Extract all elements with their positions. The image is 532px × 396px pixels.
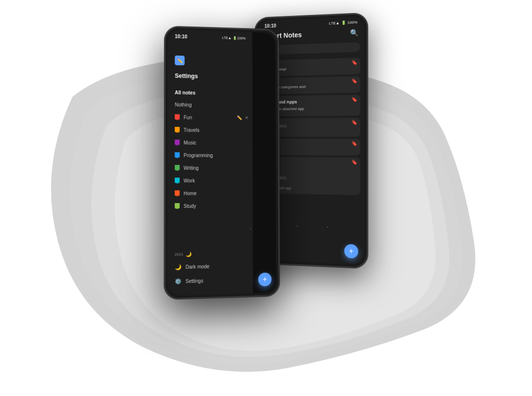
gear-icon: ⚙️	[175, 278, 181, 285]
drawer-item-writing[interactable]: Writing	[168, 161, 252, 174]
fun-edit-icon[interactable]: ✏️	[237, 116, 242, 120]
settings-label: Settings	[186, 278, 204, 284]
drawer-item-writing-label: Writing	[184, 165, 199, 171]
drawer-item-fun-bookmark	[175, 114, 179, 120]
drawer-settings-section: Settings	[168, 70, 252, 85]
drawer-item-writing-bookmark	[175, 165, 179, 171]
drawer-item-programming-label: Programming	[184, 152, 213, 158]
note-card-6-bookmark: 🔖	[351, 160, 357, 165]
drawer-header: ✏️	[168, 41, 252, 72]
dark-mode-label: Dark mode	[186, 264, 210, 270]
drawer-item-work[interactable]: Work	[168, 174, 252, 187]
footer-time-value: 2021	[175, 252, 183, 257]
drawer-item-work-bookmark	[175, 177, 179, 183]
drawer-footer-darkmode[interactable]: 🌙 Dark mode	[175, 259, 246, 275]
note-card-1-bookmark: 🔖	[352, 59, 357, 65]
drawer-item-music[interactable]: Music	[168, 136, 252, 149]
drawer-items: All notes Nothing Fun ✏️ ✕	[168, 84, 253, 216]
phone-front: 10:10 LTE▲ 🔋100% ✏️ Settings	[164, 26, 281, 300]
drawer-item-travels-label: Travels	[184, 127, 200, 132]
drawer-item-nothing[interactable]: Nothing	[168, 99, 252, 112]
back-search-icon[interactable]: 🔍	[350, 29, 358, 37]
phone-front-screen: 10:10 LTE▲ 🔋100% ✏️ Settings	[168, 29, 276, 296]
note-card-2-bookmark: 🔖	[352, 78, 357, 84]
front-status-time: 10:10	[175, 34, 187, 40]
drawer-footer: 2021 🌙 🌙 Dark mode ⚙️ Settings	[168, 250, 253, 289]
drawer-pencil-icon: ✏️	[175, 56, 184, 65]
back-battery-icon: 🔋	[341, 21, 346, 25]
drawer-settings-label: Settings	[175, 73, 198, 80]
drawer-item-study[interactable]: Study	[168, 199, 253, 213]
drawer-item-music-label: Music	[184, 140, 196, 145]
drawer-item-nothing-label: Nothing	[175, 102, 192, 107]
drawer-item-work-label: Work	[184, 178, 195, 183]
drawer-item-travels-bookmark	[175, 127, 179, 132]
front-battery: 🔋100%	[233, 36, 245, 41]
drawer-item-fun-label: Fun	[184, 115, 192, 120]
drawer-footer-timestamp: 2021 🌙	[175, 250, 246, 257]
note-card-5-bookmark: 🔖	[351, 141, 357, 146]
drawer-item-all-notes[interactable]: All notes	[168, 87, 252, 100]
back-battery-pct: 100%	[347, 20, 357, 25]
back-status-icons: LTE▲ 🔋 100%	[329, 20, 357, 26]
moon-icon: 🌙	[175, 264, 181, 271]
drawer-item-fun[interactable]: Fun ✏️ ✕	[168, 111, 252, 124]
drawer-item-fun-actions: ✏️ ✕	[237, 116, 249, 120]
back-fab-button[interactable]: +	[344, 244, 358, 259]
fun-close-icon[interactable]: ✕	[245, 116, 249, 120]
drawer-item-music-bookmark	[175, 140, 179, 146]
drawer-item-study-label: Study	[184, 203, 196, 208]
drawer: 10:10 LTE▲ 🔋100% ✏️ Settings	[168, 29, 253, 296]
drawer-item-all-notes-label: All notes	[175, 90, 195, 96]
drawer-item-programming-bookmark	[175, 152, 179, 158]
note-card-3-bookmark: 🔖	[352, 97, 357, 102]
back-signal-icon: LTE▲	[329, 21, 340, 26]
drawer-item-home-label: Home	[184, 191, 197, 196]
phones-container: 10:10 LTE▲ 🔋 100% Smart Notes 🔍 🔍	[0, 0, 532, 396]
front-status-icons: LTE▲ 🔋100%	[222, 36, 245, 40]
back-status-time: 10:10	[265, 23, 276, 29]
drawer-item-home[interactable]: Home	[168, 187, 253, 200]
drawer-footer-settings[interactable]: ⚙️ Settings	[175, 273, 246, 289]
drawer-item-study-bookmark	[175, 203, 179, 209]
drawer-item-home-bookmark	[175, 191, 179, 196]
drawer-item-travels[interactable]: Travels	[168, 123, 252, 136]
footer-moon-icon: 🌙	[185, 251, 191, 257]
drawer-item-programming[interactable]: Programming	[168, 149, 252, 161]
front-signal: LTE▲	[222, 36, 231, 40]
note-card-4-bookmark: 🔖	[351, 119, 357, 125]
